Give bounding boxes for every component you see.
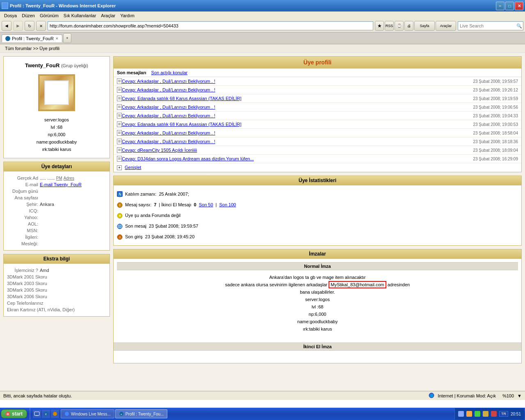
- media-quick-launch[interactable]: [51, 410, 59, 418]
- detail-row-gercek-ad: Gerçek Ad ..... ...... PM Adres: [7, 175, 106, 181]
- son-giris-label: Son giriş: [125, 232, 143, 241]
- status-bar: Bitti, ancak sayfada hatalar oluştu. 🌐 I…: [0, 391, 525, 400]
- son-mesaj-label: Son mesaj: [125, 221, 146, 231]
- menu-gorunum[interactable]: Görünüm: [37, 12, 61, 19]
- msg-text[interactable]: Cevap: dReamCity 1505 Açıldı İceriiiii: [122, 148, 473, 153]
- son50-link[interactable]: Son 50: [199, 200, 213, 209]
- start-button[interactable]: ⊞ start: [1, 409, 27, 418]
- maximize-button[interactable]: □: [505, 2, 514, 10]
- genislet-link[interactable]: Genişlet: [125, 165, 141, 170]
- msg-text[interactable]: Cevap: Arkadaşlar , Duâ'Larınızı Bekliyo…: [122, 105, 473, 110]
- doc-icon: [117, 121, 122, 127]
- expand-icon[interactable]: +: [117, 165, 122, 170]
- show-desktop-icon[interactable]: [33, 410, 41, 418]
- msg-tabs: Son mesajları Son açtığı konular: [117, 70, 187, 75]
- history-button[interactable]: ⌚: [395, 21, 404, 31]
- tab-son-mesajlari[interactable]: Son mesajları: [117, 70, 146, 75]
- page-content: Tüm forumlar >> Üye profili Twenty_FouR …: [0, 44, 525, 391]
- msn-label: MSN:: [7, 228, 40, 233]
- imza-box: İmzalar Normal İmza Ankara'dan logos ta …: [113, 249, 522, 363]
- refresh-button[interactable]: ↻: [25, 21, 34, 31]
- address-bar[interactable]: [48, 21, 373, 30]
- ekstra-header: Ekstra bilgi: [4, 254, 110, 264]
- menu-sikkullanilan[interactable]: Sık Kullanılanlar: [61, 12, 99, 19]
- ie-quick-launch[interactable]: e: [42, 410, 50, 418]
- status-text: Bitti, ancak sayfada hatalar oluştu.: [3, 393, 72, 398]
- details-body: Gerçek Ad ..... ...... PM Adres E-mail E…: [4, 171, 110, 250]
- page-button[interactable]: Sayfa: [414, 21, 435, 31]
- user-np: np:6,000: [9, 131, 105, 138]
- search-icon[interactable]: 🔍: [516, 23, 522, 29]
- son100-link[interactable]: Son 100: [219, 200, 236, 209]
- msg-date: 23 Şubat 2008; 19:06:56: [473, 105, 518, 110]
- tools-button[interactable]: Araçlar: [436, 21, 456, 31]
- stats-row-katilim: Katılım zamanı: 25 Aralık 2007;: [117, 189, 518, 199]
- svg-text:✦: ✦: [119, 214, 121, 218]
- dm2006-label: 3DMark 2006 Skoru: [7, 294, 49, 299]
- msg-text[interactable]: Cevap: Arkadaşlar , Duâ'Larınızı Bekliyo…: [122, 130, 473, 135]
- browser-tab[interactable]: Profil : Twenty_FouR ✕: [2, 34, 62, 42]
- msg-text[interactable]: Cevap: Arkadaşlar , Duâ'Larınızı Bekliyo…: [122, 139, 473, 144]
- email-value[interactable]: E-mail Twenty_FouR: [40, 182, 82, 187]
- taskbar-left: ⊞ start e Windows Live Mess... e Profil …: [1, 408, 167, 420]
- msg-text[interactable]: Cevap: Edanada satılık 68 Karus Asassian…: [122, 122, 473, 127]
- nav-bar: ◄ ► ↻ ✕ ★ RSS ⌚ 🖨 Sayfa Araçlar 🔍: [0, 20, 525, 32]
- search-bar[interactable]: 🔍: [458, 21, 523, 30]
- dm2005-label: 3DMark 2005 Skoru: [7, 288, 49, 292]
- imza-email: MyStikal_83@hotmail.com: [329, 281, 386, 288]
- left-panel: Twenty_FouR (Grup üyeliği) server:logos …: [3, 56, 110, 367]
- islemci-value: Amd: [40, 268, 49, 273]
- pm-link[interactable]: PM: [56, 176, 62, 180]
- doc-icon: [117, 87, 122, 93]
- msg-text[interactable]: Cevap: Arkadaşlar , Duâ'Larınızı Bekliyo…: [122, 113, 473, 118]
- menu-dosya[interactable]: Dosya: [2, 12, 19, 19]
- dm2001-label: 3DMark 2001 Skoru: [7, 274, 49, 279]
- svg-text:!: !: [119, 203, 121, 207]
- msg-date: 23 Şubat 2008; 19:19:59: [473, 96, 518, 101]
- normal-imza-header: Normal İmza: [117, 262, 518, 270]
- tab-close-button[interactable]: ✕: [55, 37, 59, 41]
- msg-text[interactable]: Cevap: D3J4dan sonra Logos Ardream asas …: [122, 156, 473, 161]
- print-button[interactable]: 🖨: [404, 21, 413, 31]
- svg-rect-16: [34, 412, 39, 415]
- status-right: 🌐 Internet | Korumalı Mod: Açık %100 ▼: [429, 393, 522, 399]
- minimize-button[interactable]: −: [496, 2, 504, 10]
- browser-toolbar: Dosya Düzen Görünüm Sık Kullanılanlar Ar…: [0, 11, 525, 44]
- new-tab-button[interactable]: +: [63, 33, 71, 43]
- dogum-label: Doğum günü: [7, 189, 40, 194]
- svg-text:e: e: [45, 413, 47, 415]
- menu-yardim[interactable]: Yardım: [118, 12, 137, 19]
- taskbar-app-ie[interactable]: e Profil : Twenty_Fou...: [115, 409, 168, 418]
- tab-son-acilan[interactable]: Son açtığı konular: [151, 70, 188, 75]
- favorites-button[interactable]: ★: [375, 21, 384, 31]
- taskbar-app-msn-label: Windows Live Mess...: [71, 412, 111, 416]
- address-input[interactable]: [50, 23, 371, 28]
- stats-row-son-giris: ⚠ Son giriş 23 Şubat 2008; 19:45:20: [117, 231, 518, 242]
- stop-button[interactable]: ✕: [36, 21, 46, 31]
- menu-duzen[interactable]: Düzen: [19, 12, 37, 19]
- systray-icon-2: [466, 411, 472, 417]
- username-line: Twenty_FouR (Grup üyeliği): [7, 60, 106, 71]
- stats-sep: |: [216, 200, 217, 209]
- search-input[interactable]: [460, 23, 516, 28]
- close-button[interactable]: ✕: [515, 2, 523, 10]
- forward-button[interactable]: ►: [13, 21, 23, 31]
- mesaj-count: 7: [154, 200, 156, 209]
- msg-text[interactable]: Cevap: Arkadaşlar , Duâ'Larınızı Bekliyo…: [122, 87, 473, 92]
- msg-text[interactable]: Cevap: Arkadaşlar , Duâ'Larınızı Bekliyo…: [122, 79, 473, 84]
- detail-row-dm2006: 3DMark 2006 Skoru: [7, 293, 106, 300]
- ilgileri-label: İlgileri:: [7, 235, 40, 240]
- msg-text[interactable]: Cevap: Edanada satılık 68 Karus Asassian…: [122, 96, 473, 101]
- menu-araclar[interactable]: Araçlar: [98, 12, 118, 19]
- list-item: Cevap: Arkadaşlar , Duâ'Larınızı Bekliyo…: [114, 103, 521, 112]
- taskbar-app-msn[interactable]: Windows Live Mess...: [61, 409, 114, 418]
- feeds-button[interactable]: RSS: [385, 21, 394, 31]
- zoom-icon[interactable]: ▼: [517, 393, 522, 398]
- back-button[interactable]: ◄: [2, 21, 11, 31]
- meslegi-label: Mesleği:: [7, 241, 40, 246]
- imza-np: np:6,000: [120, 310, 515, 318]
- msg-date: 23 Şubat 2008; 18:09:04: [473, 148, 518, 153]
- adres-link[interactable]: Adres: [64, 176, 74, 180]
- detail-row-aol: AOL:: [7, 221, 106, 227]
- doc-icon: [117, 104, 122, 110]
